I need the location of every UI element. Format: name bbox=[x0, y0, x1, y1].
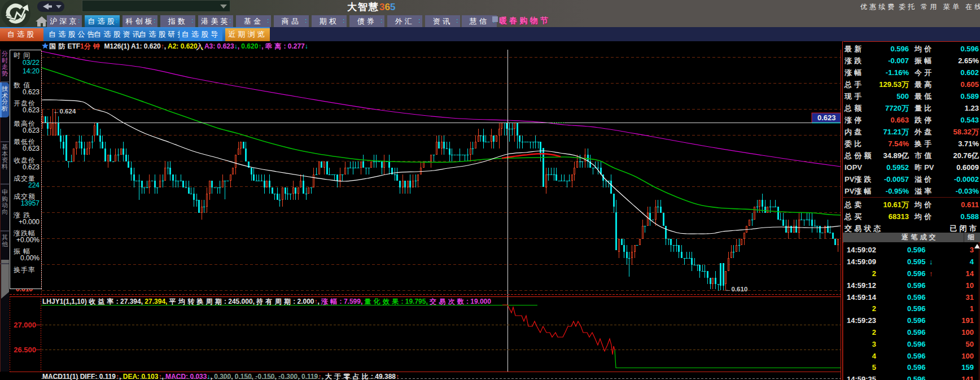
svg-text:26.500: 26.500 bbox=[14, 346, 36, 354]
svg-text:27.000: 27.000 bbox=[14, 321, 36, 329]
svg-text:0.623: 0.623 bbox=[817, 113, 836, 122]
svg-text:←0.624: ←0.624 bbox=[53, 108, 76, 115]
svg-text:←0.610: ←0.610 bbox=[725, 286, 747, 292]
